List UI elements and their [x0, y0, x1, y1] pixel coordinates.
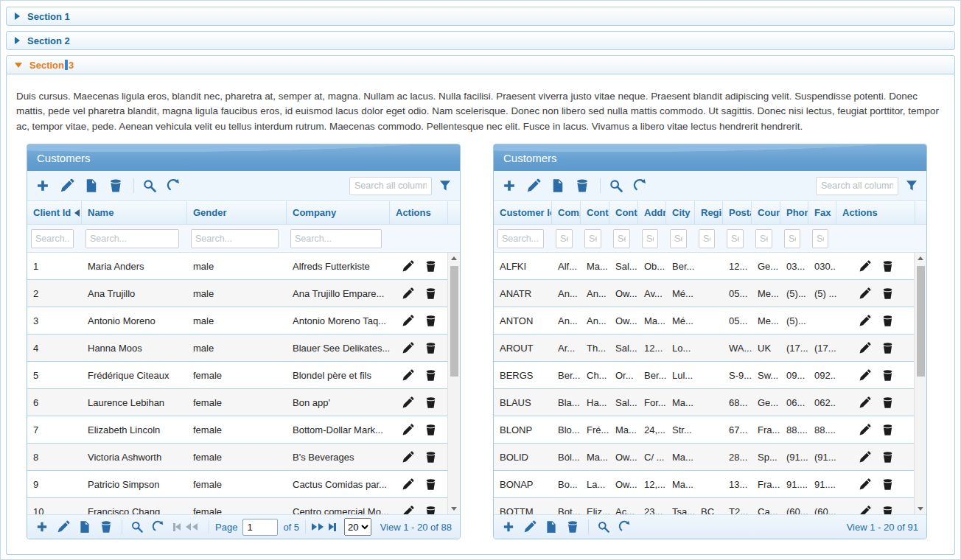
refresh-icon[interactable] [618, 520, 632, 533]
column-header-contacttitle[interactable]: ContactTitle [609, 201, 638, 224]
table-row[interactable]: BLONPBlo...Fré...Ma...24,...Str...67...F… [494, 416, 914, 444]
next-page-button[interactable] [312, 523, 324, 531]
prev-page-button[interactable] [186, 523, 198, 531]
copy-icon[interactable] [84, 178, 99, 193]
delete-icon[interactable] [881, 369, 894, 382]
copy-icon[interactable] [545, 520, 558, 533]
edit-icon[interactable] [402, 396, 414, 409]
delete-icon[interactable] [881, 315, 894, 327]
edit-icon[interactable] [60, 178, 74, 193]
add-icon[interactable] [502, 178, 517, 193]
refresh-icon[interactable] [152, 520, 165, 533]
column-header-region[interactable]: Region [695, 201, 723, 224]
search-icon[interactable] [597, 520, 610, 533]
scroll-up-icon[interactable] [915, 253, 926, 264]
edit-icon[interactable] [57, 520, 70, 533]
accordion-section-3[interactable]: Section3 [6, 55, 955, 74]
scroll-down-icon[interactable] [448, 503, 460, 514]
refresh-icon[interactable] [167, 178, 181, 193]
column-header-postalcode[interactable]: PostalCode [723, 201, 752, 224]
edit-icon[interactable] [402, 287, 414, 300]
table-row[interactable]: 5Frédérique CiteauxfemaleBlondel père et… [27, 362, 447, 389]
column-header-phone[interactable]: Phone [780, 201, 808, 224]
add-icon[interactable] [35, 178, 50, 193]
search-all-input[interactable] [349, 177, 432, 195]
column-header-address[interactable]: Address [638, 201, 666, 224]
delete-icon[interactable] [424, 396, 437, 409]
table-row[interactable]: ANATRAn...An...Ow...Av...Mé...05...Me...… [494, 280, 914, 307]
column-header-client-id[interactable]: Client Id [27, 201, 82, 224]
column-header-actions[interactable]: Actions [836, 201, 915, 224]
column-header-actions[interactable]: Actions [390, 201, 448, 224]
edit-icon[interactable] [523, 520, 537, 533]
column-header-customer-id[interactable]: Customer Id [494, 201, 552, 224]
delete-icon[interactable] [881, 451, 894, 463]
edit-icon[interactable] [859, 342, 871, 354]
table-row[interactable]: 4Hanna MoosmaleBlauer See Delikates... [27, 335, 447, 362]
column-search-input[interactable] [497, 229, 544, 248]
column-search-input[interactable] [812, 229, 828, 248]
column-header-city[interactable]: City [666, 201, 695, 224]
delete-icon[interactable] [424, 287, 437, 300]
scrollbar[interactable] [914, 253, 926, 514]
search-icon[interactable] [130, 520, 144, 533]
edit-icon[interactable] [402, 369, 414, 382]
edit-icon[interactable] [402, 342, 414, 354]
table-row[interactable]: BOTTMBot...Eliz...Ac...23...Tsa...BCT2..… [494, 498, 914, 514]
filter-icon[interactable] [905, 179, 918, 192]
accordion-section-1[interactable]: Section 1 [6, 7, 955, 26]
filter-icon[interactable] [438, 179, 452, 192]
edit-icon[interactable] [859, 396, 871, 409]
column-search-input[interactable] [191, 229, 279, 248]
delete-icon[interactable] [881, 478, 894, 491]
table-row[interactable]: 1Maria AndersmaleAlfreds Futterkiste [27, 253, 447, 280]
refresh-icon[interactable] [633, 178, 648, 193]
edit-icon[interactable] [402, 424, 414, 436]
column-header-company[interactable]: Company [552, 201, 581, 224]
table-row[interactable]: ALFKIAlf...Ma...Sal...Ob...Ber...12...Ge… [494, 253, 914, 280]
search-all-input[interactable] [816, 177, 898, 195]
edit-icon[interactable] [859, 315, 871, 327]
table-row[interactable]: ANTONAn...An...Ow...Ma...Mé...05...Me...… [494, 307, 914, 335]
table-row[interactable]: 9Patricio SimpsonfemaleCactus Comidas pa… [27, 471, 447, 498]
edit-icon[interactable] [402, 451, 414, 463]
delete-icon[interactable] [424, 369, 437, 382]
column-header-gender[interactable]: Gender [187, 201, 287, 224]
column-search-input[interactable] [642, 229, 658, 248]
edit-icon[interactable] [402, 505, 414, 515]
search-icon[interactable] [142, 178, 157, 193]
column-search-input[interactable] [556, 229, 573, 248]
page-number-input[interactable] [242, 519, 278, 536]
delete-icon[interactable] [881, 505, 894, 515]
delete-icon[interactable] [881, 396, 894, 409]
edit-icon[interactable] [859, 478, 871, 491]
edit-icon[interactable] [859, 287, 871, 300]
column-header-company[interactable]: Company [287, 201, 390, 224]
column-header-fax[interactable]: Fax [808, 201, 836, 224]
table-row[interactable]: 6Laurence LebihanfemaleBon app' [27, 389, 447, 416]
table-row[interactable]: BOLIDBól...Ma...Ow...C/ ...Ma...28...Sp.… [494, 444, 914, 471]
table-row[interactable]: BERGSBer...Ch...Or...Ber...Lul...S-9...S… [494, 362, 914, 389]
column-search-input[interactable] [755, 229, 772, 248]
scrollbar-thumb[interactable] [917, 266, 925, 377]
column-search-input[interactable] [613, 229, 630, 248]
delete-icon[interactable] [881, 342, 894, 354]
table-row[interactable]: 7Elizabeth LincolnfemaleBottom-Dollar Ma… [27, 416, 447, 444]
scroll-up-icon[interactable] [448, 253, 460, 264]
delete-icon[interactable] [424, 424, 437, 436]
edit-icon[interactable] [402, 315, 414, 327]
edit-icon[interactable] [402, 260, 414, 273]
copy-icon[interactable] [78, 520, 91, 533]
table-row[interactable]: 8Victoria AshworthfemaleB's Beverages [27, 444, 447, 471]
copy-icon[interactable] [551, 178, 565, 193]
delete-icon[interactable] [108, 178, 123, 193]
edit-icon[interactable] [859, 369, 871, 382]
column-search-input[interactable] [290, 229, 382, 248]
delete-icon[interactable] [424, 260, 437, 273]
table-row[interactable]: 10Francisco ChangfemaleCentro comercial … [27, 498, 447, 514]
delete-icon[interactable] [424, 315, 437, 327]
delete-icon[interactable] [881, 287, 894, 300]
edit-icon[interactable] [859, 505, 871, 515]
column-header-contactname[interactable]: ContactName [581, 201, 609, 224]
edit-icon[interactable] [526, 178, 541, 193]
